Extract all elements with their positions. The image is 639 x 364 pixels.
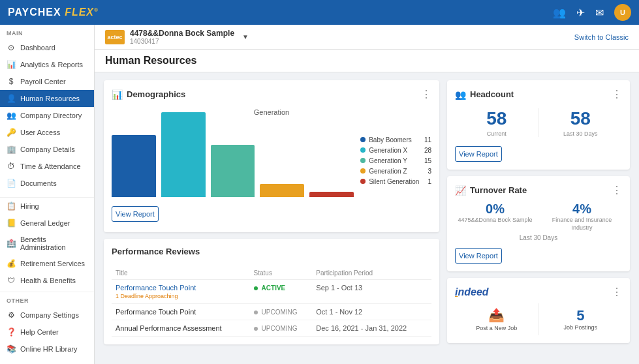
sidebar-item-company-dir[interactable]: 👥 Company Directory: [0, 107, 94, 124]
logo-paychex: PAYCHEX: [8, 7, 65, 18]
headcount-current-label: Current: [458, 130, 536, 137]
sidebar-item-company-details[interactable]: 🏢 Company Details: [0, 141, 94, 158]
sidebar-item-time[interactable]: ⏱ Time & Attendance: [0, 158, 94, 175]
top-navigation: PAYCHEX FLEX® 👥 ✈ ✉ U: [0, 0, 639, 25]
sidebar-item-retirement[interactable]: 💰 Retirement Services: [0, 255, 94, 272]
headcount-menu[interactable]: ⋮: [612, 88, 622, 100]
table-row: Annual Performance Assessment UPCOMING D…: [112, 320, 431, 337]
company-selector[interactable]: actec 4478&&Donna Bock Sample 14030417 ▼: [105, 29, 249, 45]
sidebar-item-user-access[interactable]: 🔑 User Access: [0, 124, 94, 141]
row1-title-link[interactable]: Performance Touch Point: [116, 284, 196, 292]
demographics-icon: 📊: [112, 89, 123, 100]
sidebar-item-dashboard[interactable]: ⊙ Dashboard: [0, 39, 94, 56]
headcount-current: 58 Current: [455, 106, 538, 140]
headcount-current-number: 58: [458, 108, 536, 129]
performance-reviews-card: Performance Reviews Title Status Partici…: [104, 239, 439, 344]
sidebar-label-retirement: Retirement Services: [20, 260, 85, 267]
sub-header: actec 4478&&Donna Bock Sample 14030417 ▼…: [95, 25, 639, 50]
sidebar-item-hiring[interactable]: 📋 Hiring: [0, 198, 94, 215]
demographics-menu[interactable]: ⋮: [421, 88, 431, 100]
legend-count-sg: 1: [422, 178, 431, 185]
legend-label-gz: Generation Z: [369, 168, 407, 175]
row1-title: Performance Touch Point 1 Deadline Appro…: [112, 280, 250, 304]
turnover-menu[interactable]: ⋮: [612, 184, 622, 196]
turnover-title: 📈 Turnover Rate: [455, 185, 527, 196]
indeed-menu[interactable]: ⋮: [612, 286, 622, 298]
col-status: Status: [250, 267, 313, 280]
demographics-view-report[interactable]: View Report: [112, 206, 159, 222]
demographics-card-header: 📊 Demographics ⋮: [112, 88, 431, 100]
sidebar-item-health[interactable]: 🛡 Health & Benefits: [0, 272, 94, 289]
payroll-icon: $: [7, 77, 16, 86]
sidebar-other-label: OTHER: [0, 292, 94, 307]
legend-label-bb: Baby Boomers: [369, 136, 412, 144]
turnover-card: 📈 Turnover Rate ⋮ 0% 4475&&Donna Bock Sa…: [447, 176, 630, 271]
demographics-card: 📊 Demographics ⋮ Generation: [104, 80, 439, 232]
sidebar-label-settings: Company Settings: [20, 311, 79, 319]
hr-icon: 👤: [7, 94, 16, 103]
sidebar-item-library[interactable]: 📚 Online HR Library: [0, 341, 94, 357]
row2-status-dot: [254, 311, 258, 314]
sidebar: MAIN ⊙ Dashboard 📊 Analytics & Reports $…: [0, 25, 95, 364]
headcount-view-report[interactable]: View Report: [455, 146, 502, 162]
mail-icon[interactable]: ✉: [595, 7, 604, 19]
library-icon: 📚: [7, 344, 16, 354]
retirement-icon: 💰: [7, 259, 16, 268]
sidebar-item-hr[interactable]: 👤 Human Resources: [0, 90, 94, 107]
indeed-logo: indeed: [455, 286, 489, 298]
sidebar-item-benefits[interactable]: 🏥 Benefits Administration: [0, 232, 94, 255]
company-details-icon: 🏢: [7, 145, 16, 154]
legend-label-gx: Generation X: [369, 147, 407, 154]
sidebar-label-benefits: Benefits Administration: [20, 235, 87, 251]
user-avatar[interactable]: U: [614, 4, 631, 21]
legend-gx: Generation X 28: [360, 147, 431, 154]
sidebar-label-hiring: Hiring: [20, 202, 39, 210]
sidebar-item-analytics[interactable]: 📊 Analytics & Reports: [0, 56, 94, 73]
turnover-view-report[interactable]: View Report: [455, 248, 502, 264]
legend-bb: Baby Boomers 11: [360, 136, 431, 144]
row3-period: Dec 16, 2021 - Jan 31, 2022: [312, 320, 431, 337]
turnover-title-text: Turnover Rate: [470, 185, 527, 195]
legend-count-gz: 3: [422, 168, 431, 175]
company-dropdown-arrow[interactable]: ▼: [242, 33, 249, 40]
sidebar-label-payroll: Payroll Center: [20, 78, 66, 85]
sidebar-item-payroll[interactable]: $ Payroll Center: [0, 73, 94, 90]
indeed-job-postings[interactable]: 5 Job Postings: [539, 303, 623, 335]
company-dir-icon: 👥: [7, 111, 16, 120]
sidebar-label-company-dir: Company Directory: [20, 112, 82, 119]
send-icon[interactable]: ✈: [576, 7, 585, 19]
post-job-label: Post a New Job: [458, 325, 536, 331]
sidebar-label-dashboard: Dashboard: [20, 44, 55, 52]
indeed-actions: 📤 Post a New Job 5 Job Postings: [455, 303, 622, 335]
legend-dot-gy: [360, 158, 366, 163]
legend-dot-gx: [360, 147, 366, 153]
bar-item-gz: [260, 184, 304, 197]
indeed-card-header: indeed ⋮: [455, 286, 622, 298]
settings-icon: ⚙: [7, 311, 16, 320]
benefits-icon: 🏥: [7, 239, 16, 248]
row2-status: UPCOMING: [250, 304, 313, 320]
col-title: Title: [112, 267, 250, 280]
company-name: 4478&&Donna Bock Sample: [130, 29, 234, 38]
bar-bb: [112, 135, 156, 197]
sidebar-item-help[interactable]: ❓ Help Center: [0, 324, 94, 341]
sidebar-label-hr: Human Resources: [20, 95, 80, 102]
legend-dot-gz: [360, 168, 366, 174]
sidebar-item-settings[interactable]: ⚙ Company Settings: [0, 307, 94, 324]
headcount-last30-label: Last 30 Days: [542, 130, 620, 137]
headcount-last30: 58 Last 30 Days: [539, 106, 623, 140]
sidebar-label-help: Help Center: [20, 328, 59, 336]
sidebar-item-documents[interactable]: 📄 Documents: [0, 175, 94, 192]
dashboard-icon: ⊙: [7, 43, 16, 52]
people-icon[interactable]: 👥: [553, 7, 566, 19]
switch-classic-link[interactable]: Switch to Classic: [574, 33, 629, 41]
sidebar-item-ledger[interactable]: 📒 General Ledger: [0, 215, 94, 232]
indeed-post-job[interactable]: 📤 Post a New Job: [455, 303, 538, 335]
chart-legend: Baby Boomers 11 Generation X 28: [360, 121, 431, 200]
right-column: 👥 Headcount ⋮ 58 Current 58 La: [447, 80, 630, 344]
bar-sg: [309, 192, 354, 197]
bar-chart: [112, 121, 354, 200]
headcount-card-header: 👥 Headcount ⋮: [455, 88, 622, 100]
turnover-industry: 4% Finance and Insurance Industry: [542, 202, 622, 232]
row3-title-text: Annual Performance Assessment: [116, 324, 222, 332]
